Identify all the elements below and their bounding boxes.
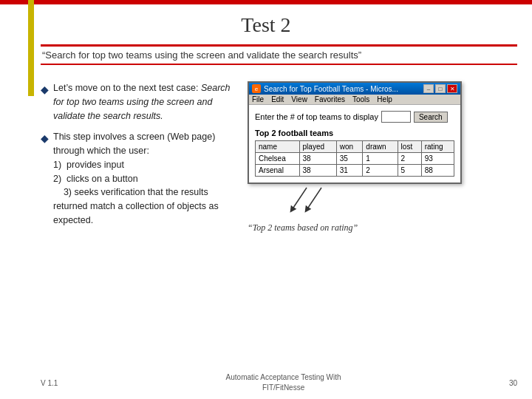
footer-version: V 1.1 xyxy=(41,379,58,387)
menu-edit[interactable]: Edit xyxy=(271,95,284,103)
table-cell: 93 xyxy=(421,153,454,165)
bullet-2: ◆ This step involves a screen (Web page)… xyxy=(41,130,233,227)
results-table: name played won drawn lost rating Chelse… xyxy=(255,140,454,177)
menu-favorites[interactable]: Favorites xyxy=(315,95,345,103)
right-column: e Search for Top Football Teams - Micros… xyxy=(248,81,517,362)
col-won: won xyxy=(336,141,363,153)
top-red-bar xyxy=(0,0,532,4)
browser-title-text: Search for Top Football Teams - Micros..… xyxy=(264,85,398,93)
subtitle-area: “Search for top two teams using the scre… xyxy=(41,44,517,65)
arrow-area xyxy=(248,184,462,214)
left-column: ◆ Let’s move on to the next test case: S… xyxy=(41,81,233,362)
table-cell: 88 xyxy=(421,165,454,177)
bullet-diamond-2: ◆ xyxy=(41,131,49,227)
col-rating: rating xyxy=(421,141,454,153)
results-title: Top 2 football teams xyxy=(255,129,454,137)
browser-icon: e xyxy=(252,84,261,93)
menu-view[interactable]: View xyxy=(291,95,307,103)
table-cell: 1 xyxy=(363,153,398,165)
bullet-1: ◆ Let’s move on to the next test case: S… xyxy=(41,81,233,123)
page-title: Test 2 xyxy=(0,13,532,37)
browser-controls[interactable]: – □ ✕ xyxy=(423,84,457,93)
subtitle-text: “Search for top two teams using the scre… xyxy=(41,50,517,61)
table-cell: 35 xyxy=(336,153,363,165)
search-button[interactable]: Search xyxy=(414,112,448,123)
browser-menubar: File Edit View Favorites Tools Help xyxy=(249,95,460,105)
bullet-diamond-1: ◆ xyxy=(41,82,49,123)
menu-tools[interactable]: Tools xyxy=(352,95,369,103)
footer-center-line2: FIT/FitNesse xyxy=(226,383,341,393)
table-cell: Arsenal xyxy=(256,165,300,177)
table-cell: 38 xyxy=(299,153,336,165)
browser-window: e Search for Top Football Teams - Micros… xyxy=(248,81,462,184)
subtitle-top-bar xyxy=(41,44,517,47)
search-input[interactable] xyxy=(381,111,411,123)
browser-titlebar-left: e Search for Top Football Teams - Micros… xyxy=(252,84,398,93)
svg-line-0 xyxy=(292,188,307,210)
bullet-2-text: This step involves a screen (Web page) t… xyxy=(53,130,233,227)
footer: V 1.1 Automatic Acceptance Testing With … xyxy=(41,372,517,393)
subtitle-bottom-bar xyxy=(41,64,517,65)
table-cell: 2 xyxy=(398,153,421,165)
table-row: Chelsea38351293 xyxy=(256,153,454,165)
table-cell: Chelsea xyxy=(256,153,300,165)
arrow-svg xyxy=(284,184,358,214)
table-cell: 31 xyxy=(336,165,363,177)
footer-center-line1: Automatic Acceptance Testing With xyxy=(226,372,341,383)
col-played: played xyxy=(299,141,336,153)
col-drawn: drawn xyxy=(363,141,398,153)
search-row: Enter the # of top teams to display Sear… xyxy=(255,111,454,123)
table-header-row: name played won drawn lost rating xyxy=(256,141,454,153)
menu-help[interactable]: Help xyxy=(377,95,392,103)
caption: “Top 2 teams based on rating” xyxy=(248,222,358,233)
main-content: ◆ Let’s move on to the next test case: S… xyxy=(41,81,517,362)
table-row: Arsenal38312588 xyxy=(256,165,454,177)
table-cell: 2 xyxy=(363,165,398,177)
table-cell: 38 xyxy=(299,165,336,177)
svg-line-1 xyxy=(307,188,321,210)
browser-content: Enter the # of top teams to display Sear… xyxy=(249,105,460,183)
search-label: Enter the # of top teams to display xyxy=(255,112,378,121)
footer-center: Automatic Acceptance Testing With FIT/Fi… xyxy=(226,372,341,393)
col-lost: lost xyxy=(398,141,421,153)
minimize-button[interactable]: – xyxy=(423,84,434,93)
table-cell: 5 xyxy=(398,165,421,177)
footer-page-number: 30 xyxy=(509,379,517,387)
browser-titlebar: e Search for Top Football Teams - Micros… xyxy=(249,83,460,95)
menu-file[interactable]: File xyxy=(252,95,264,103)
maximize-button[interactable]: □ xyxy=(435,84,446,93)
bullet-1-text: Let’s move on to the next test case: Sea… xyxy=(53,81,233,123)
table-body: Chelsea38351293Arsenal38312588 xyxy=(256,153,454,177)
close-button[interactable]: ✕ xyxy=(447,84,457,93)
col-name: name xyxy=(256,141,300,153)
